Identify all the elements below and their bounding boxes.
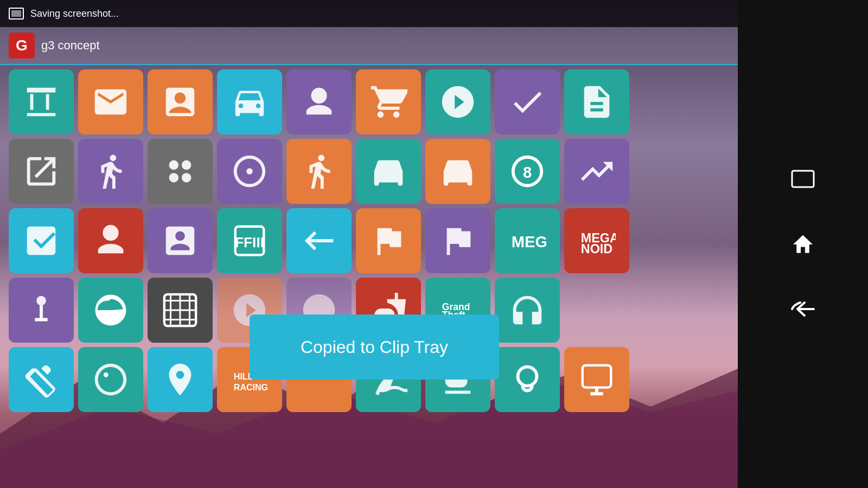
list-item[interactable] bbox=[9, 278, 74, 343]
svg-text:RACING: RACING bbox=[234, 382, 268, 392]
svg-text:NOID 2: NOID 2 bbox=[581, 242, 616, 256]
list-item[interactable]: MEGANOID bbox=[495, 208, 560, 273]
list-item[interactable]: MEGA-NOID 2 bbox=[564, 208, 629, 273]
svg-point-2 bbox=[311, 88, 327, 104]
main-screen: Saving screenshot... G g3 concept bbox=[0, 0, 738, 488]
list-item[interactable]: FFIII bbox=[217, 208, 282, 273]
svg-point-15 bbox=[36, 296, 46, 306]
svg-point-5 bbox=[169, 173, 179, 183]
svg-point-6 bbox=[182, 173, 192, 183]
list-item[interactable] bbox=[564, 347, 629, 412]
header-bar: G g3 concept bbox=[0, 27, 738, 65]
list-item[interactable] bbox=[356, 208, 421, 273]
list-item[interactable] bbox=[495, 69, 560, 134]
clip-tray-toast: Copied to Clip Tray bbox=[250, 314, 499, 380]
home-button[interactable] bbox=[787, 233, 819, 255]
list-item[interactable] bbox=[356, 69, 421, 134]
status-text: Saving screenshot... bbox=[30, 8, 119, 20]
svg-text:MEGANOID: MEGANOID bbox=[512, 233, 546, 251]
list-item[interactable] bbox=[78, 69, 143, 134]
list-item[interactable] bbox=[425, 139, 490, 204]
list-item[interactable] bbox=[286, 139, 352, 204]
list-item[interactable] bbox=[148, 139, 213, 204]
list-item[interactable] bbox=[286, 69, 352, 134]
list-item[interactable] bbox=[564, 139, 629, 204]
icon-row-3: FFIII MEGANOID MEGA-NOID 2 bbox=[4, 208, 733, 273]
list-item[interactable] bbox=[148, 278, 213, 343]
list-item[interactable] bbox=[217, 69, 282, 134]
icon-row-1 bbox=[4, 69, 733, 134]
list-item[interactable] bbox=[564, 69, 629, 134]
list-item[interactable] bbox=[356, 139, 421, 204]
svg-point-3 bbox=[169, 160, 179, 170]
back-button[interactable] bbox=[787, 298, 819, 320]
list-item[interactable] bbox=[9, 347, 74, 412]
list-item[interactable] bbox=[495, 347, 560, 412]
svg-point-29 bbox=[104, 373, 108, 377]
svg-text:FFIII: FFIII bbox=[235, 234, 264, 251]
list-item[interactable] bbox=[286, 208, 352, 273]
svg-point-7 bbox=[246, 168, 253, 175]
list-item[interactable] bbox=[495, 278, 560, 343]
list-item[interactable] bbox=[148, 208, 213, 273]
list-item[interactable] bbox=[217, 139, 282, 204]
list-item[interactable] bbox=[9, 139, 74, 204]
svg-rect-33 bbox=[583, 365, 611, 388]
right-nav bbox=[738, 0, 868, 488]
recents-button[interactable] bbox=[787, 168, 819, 190]
icon-row-2: 8 bbox=[4, 139, 733, 204]
clip-tray-message: Copied to Clip Tray bbox=[301, 337, 448, 357]
list-item[interactable] bbox=[9, 208, 74, 273]
list-item[interactable] bbox=[78, 278, 143, 343]
list-item[interactable] bbox=[148, 69, 213, 134]
list-item[interactable] bbox=[78, 208, 143, 273]
screenshot-icon bbox=[9, 8, 24, 20]
svg-rect-36 bbox=[792, 171, 814, 187]
svg-text:8: 8 bbox=[523, 164, 532, 181]
svg-marker-37 bbox=[793, 235, 813, 253]
status-bar: Saving screenshot... bbox=[0, 0, 738, 27]
list-item[interactable] bbox=[78, 139, 143, 204]
list-item[interactable] bbox=[9, 69, 74, 134]
svg-point-32 bbox=[518, 367, 537, 386]
list-item[interactable] bbox=[425, 208, 490, 273]
svg-point-4 bbox=[182, 160, 192, 170]
list-item[interactable]: 8 bbox=[495, 139, 560, 204]
list-item[interactable] bbox=[425, 69, 490, 134]
list-item[interactable] bbox=[148, 347, 213, 412]
app-title: g3 concept bbox=[41, 38, 100, 53]
g3-app-icon[interactable]: G bbox=[9, 33, 35, 59]
list-item[interactable] bbox=[78, 347, 143, 412]
